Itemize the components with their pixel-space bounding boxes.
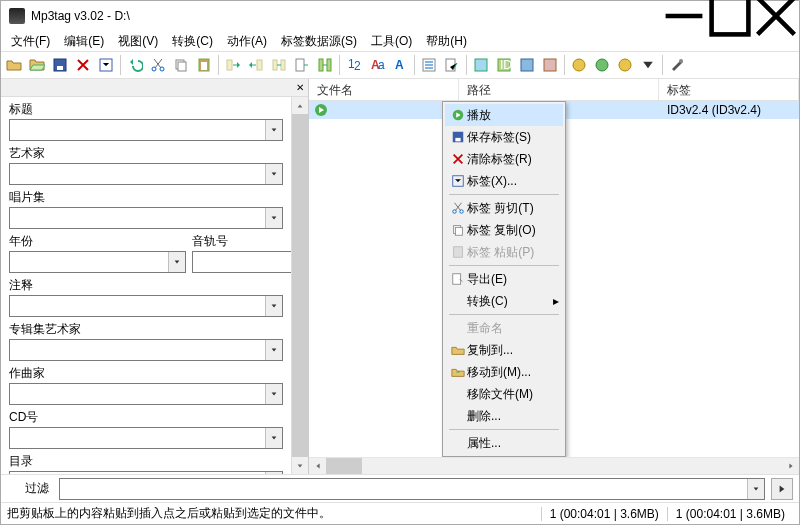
ctx-convert[interactable]: 转换(C)▸: [445, 290, 563, 312]
chevron-down-icon[interactable]: [265, 208, 282, 228]
tb-cut-icon[interactable]: [147, 54, 169, 76]
tb-open-subfolder-icon[interactable]: [26, 54, 48, 76]
close-button[interactable]: [753, 1, 799, 31]
ctx-play[interactable]: 播放: [445, 104, 563, 126]
tb-filename-tag-icon[interactable]: [245, 54, 267, 76]
menu-view[interactable]: 视图(V): [112, 32, 164, 51]
menu-actions[interactable]: 动作(A): [221, 32, 273, 51]
label-track: 音轨号: [192, 233, 291, 250]
input-composer[interactable]: [9, 383, 283, 405]
tag-panel-header: ✕: [1, 79, 308, 97]
tb-web2-icon[interactable]: [591, 54, 613, 76]
col-path[interactable]: 路径: [459, 79, 659, 100]
scrollbar-thumb[interactable]: [326, 458, 362, 474]
input-title[interactable]: [9, 119, 283, 141]
tb-ext-tag-icon[interactable]: [95, 54, 117, 76]
tb-remove-tag-icon[interactable]: [72, 54, 94, 76]
ctx-move-to[interactable]: 移动到(M)...: [445, 361, 563, 383]
scroll-left-icon[interactable]: [309, 458, 326, 475]
tb-save-icon[interactable]: [49, 54, 71, 76]
ctx-save-tag[interactable]: 保存标签(S): [445, 126, 563, 148]
svg-text:a: a: [378, 58, 385, 72]
menu-tools[interactable]: 工具(O): [365, 32, 418, 51]
tb-actions-icon[interactable]: Aa: [366, 54, 388, 76]
tb-web3-icon[interactable]: [614, 54, 636, 76]
submenu-arrow-icon: ▸: [553, 294, 559, 308]
tb-filename-filename-icon[interactable]: [268, 54, 290, 76]
cell-tag: ID3v2.4 (ID3v2.4): [659, 103, 799, 117]
col-filename[interactable]: 文件名: [309, 79, 459, 100]
input-comment[interactable]: [9, 295, 283, 317]
tb-tag-filename-icon[interactable]: [222, 54, 244, 76]
col-tag[interactable]: 标签: [659, 79, 799, 100]
ctx-paste: 标签 粘贴(P): [445, 241, 563, 263]
menubar: 文件(F) 编辑(E) 视图(V) 转换(C) 动作(A) 标签数据源(S) 工…: [1, 31, 799, 51]
chevron-down-icon[interactable]: [265, 384, 282, 404]
filter-input[interactable]: [59, 478, 765, 500]
ctx-export[interactable]: 导出(E): [445, 268, 563, 290]
sidebar-scrollbar[interactable]: [291, 97, 308, 474]
tb-web1-icon[interactable]: [568, 54, 590, 76]
chevron-down-icon[interactable]: [265, 472, 282, 474]
tb-disc-ex-icon[interactable]: [516, 54, 538, 76]
minimize-button[interactable]: [661, 1, 707, 31]
label-title: 标题: [9, 101, 283, 118]
maximize-button[interactable]: [707, 1, 753, 31]
menu-convert[interactable]: 转换(C): [166, 32, 219, 51]
tb-tools-icon[interactable]: [470, 54, 492, 76]
scroll-up-icon[interactable]: [292, 97, 308, 114]
ctx-remove-tag[interactable]: 清除标签(R): [445, 148, 563, 170]
tb-export-icon[interactable]: [441, 54, 463, 76]
svg-text:2: 2: [354, 59, 361, 73]
chevron-down-icon[interactable]: [265, 340, 282, 360]
ctx-tag-ex[interactable]: 标签(X)...: [445, 170, 563, 192]
chevron-down-icon[interactable]: [747, 479, 764, 499]
input-track[interactable]: [192, 251, 291, 273]
filter-go-button[interactable]: [771, 478, 793, 500]
chevron-down-icon[interactable]: [265, 164, 282, 184]
tb-tag-tag-icon[interactable]: [314, 54, 336, 76]
svg-rect-11: [257, 60, 262, 70]
input-discno[interactable]: [9, 427, 283, 449]
tb-autonumber-icon[interactable]: 12: [343, 54, 365, 76]
tb-open-folder-icon[interactable]: [3, 54, 25, 76]
tb-paste-icon[interactable]: [193, 54, 215, 76]
ctx-remove-file[interactable]: 移除文件(M): [445, 383, 563, 405]
ctx-rename: 重命名: [445, 317, 563, 339]
svg-rect-14: [296, 59, 304, 71]
tb-quick-action-icon[interactable]: A: [389, 54, 411, 76]
tb-web-dd-icon[interactable]: [637, 54, 659, 76]
ctx-delete[interactable]: 删除...: [445, 405, 563, 427]
tb-disc-tools-icon[interactable]: [539, 54, 561, 76]
tb-undo-icon[interactable]: [124, 54, 146, 76]
chevron-down-icon[interactable]: [265, 120, 282, 140]
svg-rect-43: [453, 274, 461, 285]
tb-options-icon[interactable]: [666, 54, 688, 76]
scroll-down-icon[interactable]: [292, 457, 308, 474]
scroll-right-icon[interactable]: [782, 458, 799, 475]
ctx-properties[interactable]: 属性...: [445, 432, 563, 454]
tb-copy-icon[interactable]: [170, 54, 192, 76]
tb-playlist-icon[interactable]: [418, 54, 440, 76]
chevron-down-icon[interactable]: [265, 428, 282, 448]
ctx-copy-to[interactable]: 复制到...: [445, 339, 563, 361]
chevron-down-icon[interactable]: [168, 252, 185, 272]
scrollbar-thumb[interactable]: [292, 114, 308, 457]
chevron-down-icon[interactable]: [265, 296, 282, 316]
ctx-copy[interactable]: 标签 复制(O): [445, 219, 563, 241]
tb-disc-id-icon[interactable]: ID: [493, 54, 515, 76]
input-artist[interactable]: [9, 163, 283, 185]
toolbar: 12 Aa A ID: [1, 51, 799, 79]
ctx-cut[interactable]: 标签 剪切(T): [445, 197, 563, 219]
input-album[interactable]: [9, 207, 283, 229]
menu-file[interactable]: 文件(F): [5, 32, 56, 51]
menu-help[interactable]: 帮助(H): [420, 32, 473, 51]
menu-edit[interactable]: 编辑(E): [58, 32, 110, 51]
input-year[interactable]: [9, 251, 186, 273]
tag-panel-close-icon[interactable]: ✕: [296, 82, 304, 93]
file-list-hscroll[interactable]: [309, 457, 799, 474]
input-dir[interactable]: [9, 471, 283, 474]
menu-tagsources[interactable]: 标签数据源(S): [275, 32, 363, 51]
input-albumartist[interactable]: [9, 339, 283, 361]
tb-textfile-tag-icon[interactable]: [291, 54, 313, 76]
